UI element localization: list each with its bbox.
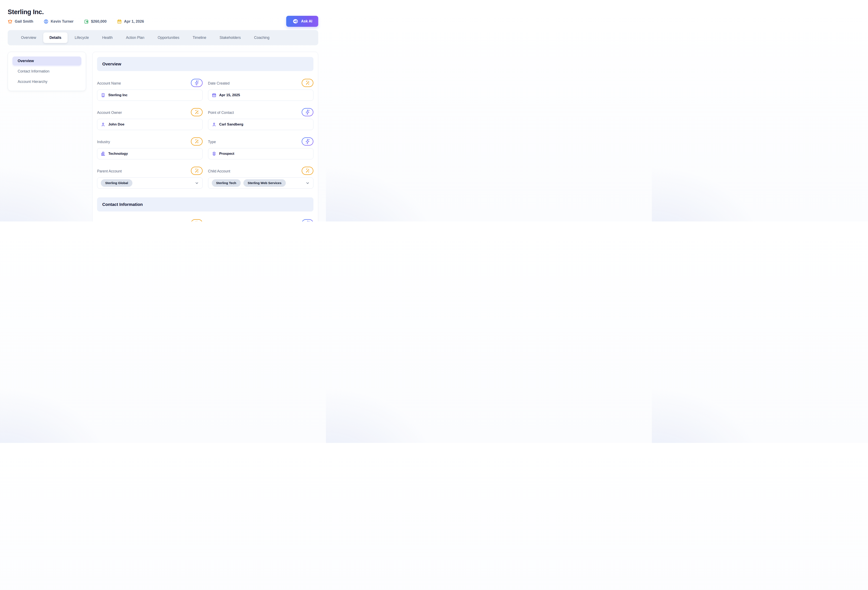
point-of-contact-value: Carl Sandberg	[219, 122, 244, 127]
child-account-chip: Sterling Tech	[212, 179, 241, 187]
magic-wand-icon[interactable]	[191, 108, 203, 117]
industry-value: Technology	[108, 152, 128, 156]
tab-action-plan[interactable]: Action Plan	[120, 32, 151, 43]
type-label: Type	[208, 140, 216, 144]
account-name-value: Sterling Inc	[108, 93, 128, 97]
date-created-value: Apr 15, 2025	[219, 93, 240, 97]
building2-icon	[101, 152, 105, 156]
parent-account-chip: Sterling Global	[101, 179, 132, 187]
tab-health[interactable]: Health	[96, 32, 119, 43]
crown-icon	[8, 19, 12, 24]
details-sidebar: Overview Contact Information Account Hie…	[8, 52, 86, 91]
meta-renewal-date-label: Apr 1, 2026	[124, 19, 144, 24]
meta-renewal-date: Apr 1, 2026	[117, 19, 144, 24]
account-owner-input[interactable]: John Doe	[97, 119, 203, 130]
chevron-down-icon	[306, 181, 310, 185]
calendar-icon	[117, 19, 122, 24]
parent-account-label: Parent Account	[97, 169, 122, 174]
chevron-down-icon	[195, 181, 199, 185]
account-name-label: Account Name	[97, 81, 121, 86]
field-point-of-contact: Point of Contact	[208, 108, 314, 130]
sparkles-ai-icon[interactable]	[302, 108, 313, 117]
page-title: Sterling Inc.	[8, 0, 318, 16]
magic-wand-icon[interactable]	[191, 167, 203, 176]
industry-input[interactable]: Technology	[97, 148, 203, 159]
point-of-contact-label: Point of Contact	[208, 111, 234, 115]
field-website: Website	[208, 220, 314, 221]
account-owner-label: Account Owner	[97, 111, 122, 115]
meta-contact-label: Kevin Turner	[51, 19, 74, 24]
sparkles-ai-icon[interactable]	[191, 79, 203, 88]
date-created-input[interactable]: Apr 15, 2025	[208, 90, 314, 101]
date-created-label: Date Created	[208, 81, 230, 86]
person-icon	[212, 122, 216, 127]
field-industry: Industry	[97, 138, 203, 159]
magic-wand-icon[interactable]	[302, 79, 313, 88]
tab-timeline[interactable]: Timeline	[186, 32, 213, 43]
sidebar-item-contact-information[interactable]: Contact Information	[12, 67, 81, 76]
field-type: Type	[208, 138, 314, 159]
field-account-name: Account Name	[97, 79, 203, 101]
building-icon	[101, 93, 105, 97]
parent-account-select[interactable]: Sterling Global	[97, 177, 203, 189]
overview-section-header: Overview	[97, 57, 313, 71]
magic-wand-icon[interactable]	[191, 137, 203, 146]
tab-coaching[interactable]: Coaching	[248, 32, 276, 43]
wallet-icon	[84, 19, 89, 24]
ask-ai-label: Ask AI	[301, 19, 312, 24]
sidebar-item-account-hierarchy[interactable]: Account Hierarchy	[12, 77, 81, 86]
magic-wand-icon[interactable]	[302, 167, 313, 176]
type-input[interactable]: Prospect	[208, 148, 314, 159]
tab-overview[interactable]: Overview	[15, 32, 43, 43]
tab-details[interactable]: Details	[43, 32, 68, 43]
layers-icon	[212, 152, 216, 156]
person-icon	[101, 122, 105, 127]
meta-contact: Kevin Turner	[44, 19, 74, 24]
meta-owner: Gail Smith	[8, 19, 33, 24]
child-account-label: Child Account	[208, 169, 230, 174]
sidebar-item-overview[interactable]: Overview	[12, 56, 81, 65]
ask-ai-button[interactable]: Ask AI	[286, 16, 318, 27]
field-parent-account: Parent Account	[97, 167, 203, 189]
magic-wand-icon[interactable]	[191, 219, 203, 221]
child-account-select[interactable]: Sterling Tech Sterling Web Services	[208, 177, 314, 189]
tab-opportunities[interactable]: Opportunities	[152, 32, 186, 43]
tab-stakeholders[interactable]: Stakeholders	[213, 32, 247, 43]
account-owner-value: John Doe	[108, 122, 124, 127]
user-circle-icon	[44, 19, 49, 24]
field-phone-number: Phone Number	[97, 220, 203, 221]
child-account-chip: Sterling Web Services	[244, 179, 286, 187]
industry-label: Industry	[97, 140, 110, 144]
meta-owner-label: Gail Smith	[15, 19, 33, 24]
meta-amount-label: $260,000	[91, 19, 106, 24]
field-account-owner: Account Owner	[97, 108, 203, 130]
account-name-input[interactable]: Sterling Inc	[97, 90, 203, 101]
details-panel: Overview Account Name	[92, 52, 318, 221]
field-child-account: Child Account	[208, 167, 314, 189]
tab-lifecycle[interactable]: Lifecycle	[68, 32, 95, 43]
account-detail-page: Sterling Inc. Ask AI Gail Smith	[0, 0, 326, 221]
meta-amount: $260,000	[84, 19, 106, 24]
contact-information-section-header: Contact Information	[97, 198, 313, 211]
account-meta-row: Gail Smith Kevin Turner $260,000	[8, 19, 318, 24]
bot-icon	[292, 18, 299, 25]
calendar-icon	[212, 93, 216, 97]
type-value: Prospect	[219, 152, 235, 156]
point-of-contact-input[interactable]: Carl Sandberg	[208, 119, 314, 130]
field-date-created: Date Created	[208, 79, 314, 101]
sparkles-ai-icon[interactable]	[302, 137, 313, 146]
sparkles-ai-icon[interactable]	[302, 219, 313, 221]
tab-bar: Overview Details Lifecycle Health Action…	[8, 30, 318, 45]
